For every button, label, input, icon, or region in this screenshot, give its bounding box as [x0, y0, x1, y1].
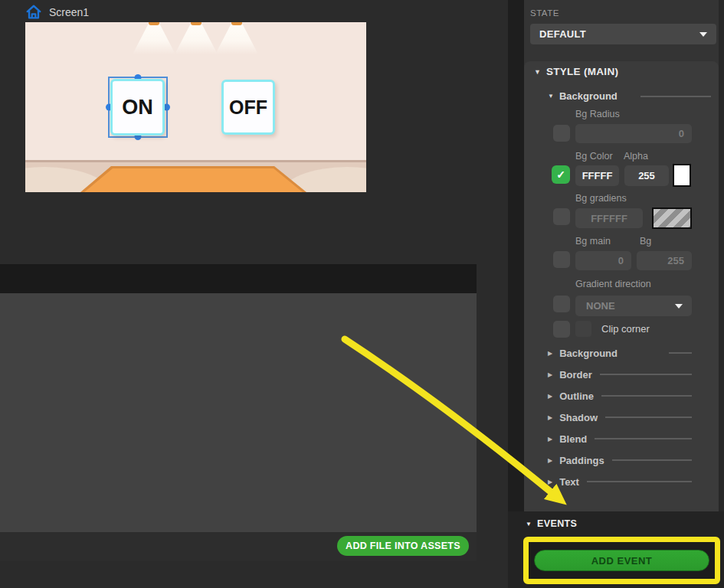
section-rule [605, 416, 692, 418]
assets-panel-footer: ADD FILE INTO ASSETS [0, 532, 477, 561]
background-group-header[interactable]: ▼ Background [548, 90, 618, 102]
events-title: EVENTS [537, 518, 577, 529]
section-rule [587, 481, 692, 482]
collapsed-arrow-icon: ▶ [548, 350, 552, 357]
section-paddings[interactable]: ▶ Paddings [548, 449, 692, 471]
section-label: Border [559, 369, 592, 381]
expanded-arrow-icon: ▼ [526, 521, 532, 528]
section-rule [595, 438, 692, 439]
section-rule [601, 395, 692, 397]
section-label: Text [559, 476, 579, 488]
bg-input[interactable]: 255 [637, 251, 692, 270]
section-rule [612, 459, 692, 461]
expanded-arrow-icon: ▼ [548, 93, 554, 100]
clip-corner-label: Clip corner [601, 323, 650, 335]
check-icon: ✓ [556, 168, 565, 181]
lamp-fixture [231, 22, 242, 25]
section-label: Background [559, 348, 618, 359]
bg-radius-label: Bg Radius [575, 109, 620, 119]
clip-corner-checkbox[interactable] [553, 321, 570, 338]
gradient-direction-checkbox[interactable] [553, 296, 570, 312]
collapsed-sections-list: ▶ Background ▶ Border ▶ Outline ▶ Shadow… [548, 342, 692, 492]
section-rule [669, 352, 692, 354]
bg-main-label: Bg main [575, 236, 611, 247]
gradient-direction-label: Gradient direction [575, 279, 651, 289]
section-border[interactable]: ▶ Border [548, 364, 692, 385]
group-rule [640, 96, 711, 97]
alpha-input[interactable]: 255 [624, 165, 669, 186]
section-label: Blend [559, 433, 587, 445]
bg-gradients-input[interactable]: FFFFFF [575, 208, 643, 228]
bg-radius-checkbox[interactable] [553, 125, 570, 142]
collapsed-arrow-icon: ▶ [548, 414, 552, 421]
style-main-title: STYLE (MAIN) [546, 66, 618, 77]
assets-panel-body[interactable] [0, 293, 477, 532]
app-window: Screen1 ON OFF ADD FILE INTO ASSETS [0, 0, 724, 588]
expanded-arrow-icon: ▼ [534, 68, 541, 76]
style-main-section-header[interactable]: ▼ STYLE (MAIN) [534, 66, 618, 77]
lamp-fixture [191, 22, 201, 25]
section-background[interactable]: ▶ Background [548, 342, 692, 364]
section-shadow[interactable]: ▶ Shadow [548, 407, 692, 428]
bg-label: Bg [640, 236, 651, 247]
on-button[interactable]: ON [110, 79, 165, 136]
tutorial-highlight-rectangle: ADD EVENT [523, 537, 720, 584]
chevron-down-icon [699, 32, 707, 37]
chevron-down-icon [675, 304, 683, 309]
section-rule [600, 374, 692, 375]
bg-main-checkbox[interactable] [553, 251, 570, 268]
section-label: Paddings [559, 455, 604, 466]
off-button[interactable]: OFF [221, 80, 275, 135]
section-label: Outline [559, 390, 594, 402]
design-canvas[interactable]: ON OFF [25, 22, 366, 192]
collapsed-arrow-icon: ▶ [548, 436, 552, 443]
gradient-direction-dropdown[interactable]: NONE [575, 296, 692, 316]
bg-gradients-checkbox[interactable] [553, 208, 570, 225]
gradient-direction-value: NONE [586, 300, 615, 312]
bg-main-input[interactable]: 0 [575, 251, 631, 270]
collapsed-arrow-icon: ▶ [548, 479, 552, 485]
add-file-into-assets-button[interactable]: ADD FILE INTO ASSETS [337, 536, 469, 556]
section-blend[interactable]: ▶ Blend [548, 428, 692, 449]
section-outline[interactable]: ▶ Outline [548, 385, 692, 407]
screen-title: Screen1 [49, 6, 89, 18]
state-dropdown[interactable]: DEFAULT [530, 24, 716, 44]
state-dropdown-value: DEFAULT [539, 28, 586, 40]
bg-color-swatch[interactable] [673, 164, 691, 187]
bg-radius-input[interactable]: 0 [575, 124, 692, 143]
background-group-title: Background [559, 90, 618, 102]
clip-corner-inner-box[interactable] [575, 321, 591, 337]
assets-panel-header [0, 264, 477, 293]
lamp-light-cone [175, 24, 218, 54]
bg-gradients-swatch[interactable] [652, 207, 692, 229]
panel-divider [508, 0, 524, 588]
bg-color-input[interactable]: FFFFF [575, 165, 619, 186]
alpha-label: Alpha [624, 151, 648, 162]
events-section-header[interactable]: ▼ EVENTS [526, 518, 577, 529]
state-label: STATE [530, 8, 559, 18]
section-text[interactable]: ▶ Text [548, 471, 692, 492]
scrollbar-track[interactable] [719, 0, 724, 588]
collapsed-arrow-icon: ▶ [548, 371, 552, 378]
bg-gradients-label: Bg gradiens [575, 193, 627, 204]
section-label: Shadow [559, 412, 598, 423]
add-event-button[interactable]: ADD EVENT [534, 550, 709, 571]
rug [84, 168, 303, 192]
lamp-light-cone [215, 24, 258, 54]
collapsed-arrow-icon: ▶ [548, 393, 552, 400]
bg-color-label: Bg Color [575, 151, 613, 162]
bg-color-checkbox-checked[interactable]: ✓ [552, 165, 570, 184]
lamp-light-cone [133, 24, 175, 54]
lamp-fixture [149, 22, 159, 25]
home-icon[interactable] [25, 4, 42, 21]
collapsed-arrow-icon: ▶ [548, 457, 552, 464]
